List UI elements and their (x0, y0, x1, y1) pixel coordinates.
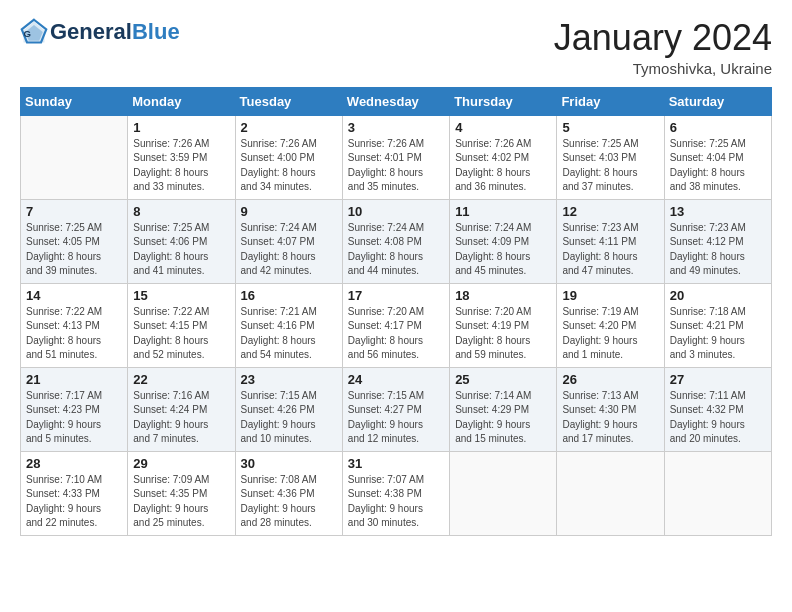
day-number: 9 (241, 204, 337, 219)
calendar-week-row: 1Sunrise: 7:26 AM Sunset: 3:59 PM Daylig… (21, 115, 772, 199)
table-row: 31Sunrise: 7:07 AM Sunset: 4:38 PM Dayli… (342, 451, 449, 535)
day-number: 3 (348, 120, 444, 135)
day-info: Sunrise: 7:25 AM Sunset: 4:05 PM Dayligh… (26, 221, 122, 279)
day-info: Sunrise: 7:23 AM Sunset: 4:12 PM Dayligh… (670, 221, 766, 279)
day-info: Sunrise: 7:25 AM Sunset: 4:04 PM Dayligh… (670, 137, 766, 195)
table-row: 13Sunrise: 7:23 AM Sunset: 4:12 PM Dayli… (664, 199, 771, 283)
table-row: 9Sunrise: 7:24 AM Sunset: 4:07 PM Daylig… (235, 199, 342, 283)
calendar-week-row: 7Sunrise: 7:25 AM Sunset: 4:05 PM Daylig… (21, 199, 772, 283)
day-number: 8 (133, 204, 229, 219)
table-row: 19Sunrise: 7:19 AM Sunset: 4:20 PM Dayli… (557, 283, 664, 367)
logo-blue-text: Blue (132, 21, 180, 43)
day-number: 18 (455, 288, 551, 303)
day-number: 10 (348, 204, 444, 219)
col-tuesday: Tuesday (235, 87, 342, 115)
day-info: Sunrise: 7:20 AM Sunset: 4:19 PM Dayligh… (455, 305, 551, 363)
table-row: 15Sunrise: 7:22 AM Sunset: 4:15 PM Dayli… (128, 283, 235, 367)
day-number: 31 (348, 456, 444, 471)
table-row: 20Sunrise: 7:18 AM Sunset: 4:21 PM Dayli… (664, 283, 771, 367)
calendar-table: Sunday Monday Tuesday Wednesday Thursday… (20, 87, 772, 536)
calendar-page: G GeneralBlue January 2024 Tymoshivka, U… (0, 0, 792, 612)
table-row: 3Sunrise: 7:26 AM Sunset: 4:01 PM Daylig… (342, 115, 449, 199)
calendar-week-row: 28Sunrise: 7:10 AM Sunset: 4:33 PM Dayli… (21, 451, 772, 535)
day-info: Sunrise: 7:26 AM Sunset: 4:00 PM Dayligh… (241, 137, 337, 195)
day-number: 29 (133, 456, 229, 471)
table-row: 14Sunrise: 7:22 AM Sunset: 4:13 PM Dayli… (21, 283, 128, 367)
day-number: 28 (26, 456, 122, 471)
day-info: Sunrise: 7:14 AM Sunset: 4:29 PM Dayligh… (455, 389, 551, 447)
day-info: Sunrise: 7:22 AM Sunset: 4:13 PM Dayligh… (26, 305, 122, 363)
col-saturday: Saturday (664, 87, 771, 115)
calendar-header-row: Sunday Monday Tuesday Wednesday Thursday… (21, 87, 772, 115)
day-info: Sunrise: 7:15 AM Sunset: 4:27 PM Dayligh… (348, 389, 444, 447)
table-row: 30Sunrise: 7:08 AM Sunset: 4:36 PM Dayli… (235, 451, 342, 535)
table-row: 10Sunrise: 7:24 AM Sunset: 4:08 PM Dayli… (342, 199, 449, 283)
day-number: 14 (26, 288, 122, 303)
table-row: 22Sunrise: 7:16 AM Sunset: 4:24 PM Dayli… (128, 367, 235, 451)
table-row: 4Sunrise: 7:26 AM Sunset: 4:02 PM Daylig… (450, 115, 557, 199)
day-number: 20 (670, 288, 766, 303)
table-row (557, 451, 664, 535)
table-row: 24Sunrise: 7:15 AM Sunset: 4:27 PM Dayli… (342, 367, 449, 451)
table-row: 17Sunrise: 7:20 AM Sunset: 4:17 PM Dayli… (342, 283, 449, 367)
day-info: Sunrise: 7:24 AM Sunset: 4:08 PM Dayligh… (348, 221, 444, 279)
day-info: Sunrise: 7:19 AM Sunset: 4:20 PM Dayligh… (562, 305, 658, 363)
day-info: Sunrise: 7:23 AM Sunset: 4:11 PM Dayligh… (562, 221, 658, 279)
day-info: Sunrise: 7:16 AM Sunset: 4:24 PM Dayligh… (133, 389, 229, 447)
table-row: 11Sunrise: 7:24 AM Sunset: 4:09 PM Dayli… (450, 199, 557, 283)
logo-icon: G (20, 18, 48, 46)
day-number: 11 (455, 204, 551, 219)
month-title: January 2024 (554, 18, 772, 58)
table-row: 8Sunrise: 7:25 AM Sunset: 4:06 PM Daylig… (128, 199, 235, 283)
day-info: Sunrise: 7:24 AM Sunset: 4:09 PM Dayligh… (455, 221, 551, 279)
day-number: 30 (241, 456, 337, 471)
calendar-week-row: 14Sunrise: 7:22 AM Sunset: 4:13 PM Dayli… (21, 283, 772, 367)
day-info: Sunrise: 7:20 AM Sunset: 4:17 PM Dayligh… (348, 305, 444, 363)
header: G GeneralBlue January 2024 Tymoshivka, U… (20, 18, 772, 77)
table-row: 1Sunrise: 7:26 AM Sunset: 3:59 PM Daylig… (128, 115, 235, 199)
day-info: Sunrise: 7:10 AM Sunset: 4:33 PM Dayligh… (26, 473, 122, 531)
day-number: 15 (133, 288, 229, 303)
table-row (664, 451, 771, 535)
day-number: 16 (241, 288, 337, 303)
day-info: Sunrise: 7:11 AM Sunset: 4:32 PM Dayligh… (670, 389, 766, 447)
table-row (21, 115, 128, 199)
location-subtitle: Tymoshivka, Ukraine (554, 60, 772, 77)
day-info: Sunrise: 7:21 AM Sunset: 4:16 PM Dayligh… (241, 305, 337, 363)
logo: G GeneralBlue (20, 18, 180, 46)
table-row: 6Sunrise: 7:25 AM Sunset: 4:04 PM Daylig… (664, 115, 771, 199)
day-number: 6 (670, 120, 766, 135)
day-number: 22 (133, 372, 229, 387)
day-info: Sunrise: 7:15 AM Sunset: 4:26 PM Dayligh… (241, 389, 337, 447)
table-row: 25Sunrise: 7:14 AM Sunset: 4:29 PM Dayli… (450, 367, 557, 451)
day-number: 19 (562, 288, 658, 303)
day-info: Sunrise: 7:08 AM Sunset: 4:36 PM Dayligh… (241, 473, 337, 531)
day-info: Sunrise: 7:18 AM Sunset: 4:21 PM Dayligh… (670, 305, 766, 363)
table-row: 18Sunrise: 7:20 AM Sunset: 4:19 PM Dayli… (450, 283, 557, 367)
day-number: 24 (348, 372, 444, 387)
calendar-week-row: 21Sunrise: 7:17 AM Sunset: 4:23 PM Dayli… (21, 367, 772, 451)
day-info: Sunrise: 7:26 AM Sunset: 4:01 PM Dayligh… (348, 137, 444, 195)
day-info: Sunrise: 7:09 AM Sunset: 4:35 PM Dayligh… (133, 473, 229, 531)
day-number: 17 (348, 288, 444, 303)
day-info: Sunrise: 7:17 AM Sunset: 4:23 PM Dayligh… (26, 389, 122, 447)
day-info: Sunrise: 7:07 AM Sunset: 4:38 PM Dayligh… (348, 473, 444, 531)
day-number: 7 (26, 204, 122, 219)
table-row: 21Sunrise: 7:17 AM Sunset: 4:23 PM Dayli… (21, 367, 128, 451)
col-sunday: Sunday (21, 87, 128, 115)
table-row: 28Sunrise: 7:10 AM Sunset: 4:33 PM Dayli… (21, 451, 128, 535)
day-number: 2 (241, 120, 337, 135)
day-info: Sunrise: 7:22 AM Sunset: 4:15 PM Dayligh… (133, 305, 229, 363)
table-row: 27Sunrise: 7:11 AM Sunset: 4:32 PM Dayli… (664, 367, 771, 451)
title-area: January 2024 Tymoshivka, Ukraine (554, 18, 772, 77)
day-number: 5 (562, 120, 658, 135)
table-row: 16Sunrise: 7:21 AM Sunset: 4:16 PM Dayli… (235, 283, 342, 367)
col-friday: Friday (557, 87, 664, 115)
table-row: 5Sunrise: 7:25 AM Sunset: 4:03 PM Daylig… (557, 115, 664, 199)
day-info: Sunrise: 7:26 AM Sunset: 3:59 PM Dayligh… (133, 137, 229, 195)
day-info: Sunrise: 7:24 AM Sunset: 4:07 PM Dayligh… (241, 221, 337, 279)
col-thursday: Thursday (450, 87, 557, 115)
day-info: Sunrise: 7:26 AM Sunset: 4:02 PM Dayligh… (455, 137, 551, 195)
day-number: 26 (562, 372, 658, 387)
day-number: 4 (455, 120, 551, 135)
